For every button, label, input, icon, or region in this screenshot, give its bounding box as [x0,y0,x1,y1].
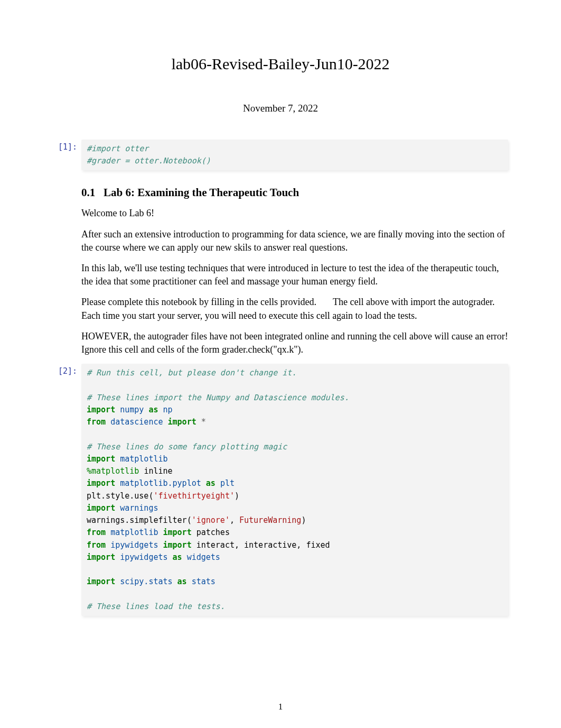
magic-arg: inline [144,466,172,476]
cell-prompt-2: [2]: [53,364,81,377]
page-number: 1 [0,701,561,713]
alias: widgets [187,552,220,562]
code-comment: # These lines load the tests. [87,602,225,611]
module: datascience [110,417,163,427]
keyword: from [87,528,106,537]
module: numpy [120,405,144,414]
name: FutureWarning [239,515,301,525]
keyword: import [163,540,192,550]
keyword: import [168,417,197,427]
keyword: import [87,454,115,464]
string: 'fivethirtyeight' [153,491,235,501]
markdown-section: 0.1 Lab 6: Examining the Therapeutic Tou… [53,185,508,356]
keyword: as [206,478,216,488]
paragraph: In this lab, we'll use testing technique… [81,262,508,288]
section-heading: 0.1 Lab 6: Examining the Therapeutic Tou… [81,185,508,200]
module: matplotlib.pyplot [120,478,201,488]
operator: * [201,417,206,427]
module: warnings [120,503,158,513]
code-comment: # These lines import the Numpy and Datas… [87,393,349,402]
section-title: Lab 6: Examining the Therapeutic Touch [104,186,299,199]
paragraph: Please complete this notebook by filling… [81,296,508,322]
keyword: as [173,552,182,562]
code-comment: # Run this cell, but please don't change… [87,368,296,377]
string: 'ignore' [192,515,230,525]
code-comment: #import otter [87,144,148,153]
paragraph: Welcome to Lab 6! [81,207,508,220]
keyword: from [87,417,106,427]
keyword: from [87,540,106,550]
keyword: import [87,478,115,488]
code-comment: # These lines do some fancy plotting mag… [87,442,287,451]
comma: , [230,515,239,525]
paragraph: HOWEVER, the autograder files have not b… [81,330,508,356]
alias: stats [192,577,216,586]
cell-prompt-1: [1]: [53,140,81,153]
keyword: as [148,405,158,414]
paren: ) [301,515,306,525]
call: warnings.simplefilter( [87,515,192,525]
code-block-1: #import otter #grader = otter.Notebook() [81,140,508,171]
section-number: 0.1 [81,186,95,199]
paragraph-part: Please complete this notebook by filling… [81,297,316,307]
keyword: import [87,552,115,562]
keyword: import [163,528,192,537]
paragraph: After such an extensive introduction to … [81,228,508,254]
code-cell-2: [2]: # Run this cell, but please don't c… [53,364,508,616]
alias: plt [220,478,235,488]
keyword: import [87,503,115,513]
code-block-2: # Run this cell, but please don't change… [81,364,508,616]
alias: np [163,405,173,414]
keyword: import [87,405,115,414]
module: scipy.stats [120,577,172,586]
code-comment: #grader = otter.Notebook() [87,156,211,165]
keyword: as [177,577,187,586]
module: matplotlib [120,454,167,464]
code-cell-1: [1]: #import otter #grader = otter.Noteb… [53,140,508,171]
keyword: import [87,577,115,586]
document-title: lab06-Revised-Bailey-Jun10-2022 [53,53,508,75]
module: ipywidgets [120,552,167,562]
paren: ) [235,491,239,501]
document-date: November 7, 2022 [53,102,508,116]
names: patches [197,528,230,537]
call: plt.style.use( [87,491,153,501]
module: ipywidgets [110,540,158,550]
jupyter-magic: %matplotlib [87,466,139,476]
module: matplotlib [110,528,158,537]
names: interact, interactive, fixed [197,540,330,550]
